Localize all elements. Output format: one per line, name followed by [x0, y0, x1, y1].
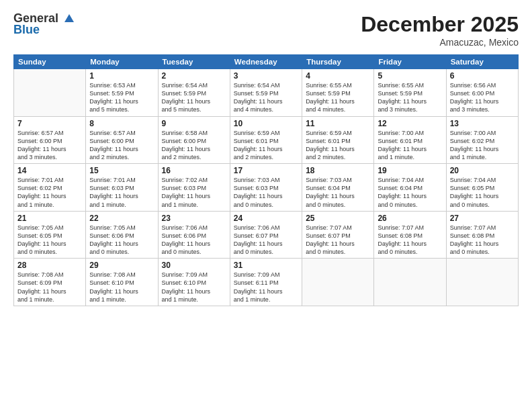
- day-info: Sunrise: 6:53 AMSunset: 5:59 PMDaylight:…: [89, 81, 154, 114]
- table-row: 22Sunrise: 7:05 AMSunset: 6:06 PMDayligh…: [86, 211, 158, 259]
- table-row: 30Sunrise: 7:09 AMSunset: 6:10 PMDayligh…: [158, 259, 230, 306]
- day-number: 28: [17, 261, 82, 270]
- day-number: 16: [162, 166, 226, 175]
- table-row: 27Sunrise: 7:07 AMSunset: 6:08 PMDayligh…: [446, 211, 518, 259]
- table-row: 21Sunrise: 7:05 AMSunset: 6:05 PMDayligh…: [14, 211, 86, 259]
- day-info: Sunrise: 6:57 AMSunset: 6:00 PMDaylight:…: [17, 129, 82, 162]
- day-number: 27: [450, 214, 515, 223]
- day-info: Sunrise: 7:06 AMSunset: 6:07 PMDaylight:…: [234, 224, 298, 257]
- day-number: 13: [450, 119, 515, 128]
- day-info: Sunrise: 7:07 AMSunset: 6:08 PMDaylight:…: [450, 224, 515, 257]
- day-number: 23: [162, 214, 226, 223]
- day-info: Sunrise: 7:08 AMSunset: 6:09 PMDaylight:…: [17, 271, 82, 304]
- table-row: 1Sunrise: 6:53 AMSunset: 5:59 PMDaylight…: [86, 69, 158, 117]
- table-row: [14, 69, 86, 117]
- header-tuesday: Tuesday: [158, 55, 230, 69]
- table-row: 3Sunrise: 6:54 AMSunset: 5:59 PMDaylight…: [230, 69, 302, 117]
- day-info: Sunrise: 6:55 AMSunset: 5:59 PMDaylight:…: [306, 81, 370, 114]
- day-number: 18: [306, 166, 370, 175]
- table-row: [302, 259, 374, 306]
- table-row: 31Sunrise: 7:09 AMSunset: 6:11 PMDayligh…: [230, 259, 302, 306]
- table-row: 16Sunrise: 7:02 AMSunset: 6:03 PMDayligh…: [158, 164, 230, 212]
- svg-marker-0: [64, 14, 74, 22]
- table-row: 9Sunrise: 6:58 AMSunset: 6:00 PMDaylight…: [158, 116, 230, 164]
- calendar-week-row: 21Sunrise: 7:05 AMSunset: 6:05 PMDayligh…: [14, 211, 519, 259]
- calendar-week-row: 14Sunrise: 7:01 AMSunset: 6:02 PMDayligh…: [14, 164, 519, 212]
- day-number: 3: [234, 71, 298, 81]
- header: General Blue December 2025 Amacuzac, Mex…: [13, 12, 519, 48]
- day-info: Sunrise: 7:08 AMSunset: 6:10 PMDaylight:…: [89, 271, 154, 304]
- month-year: December 2025: [361, 12, 519, 37]
- day-info: Sunrise: 7:09 AMSunset: 6:11 PMDaylight:…: [234, 271, 298, 304]
- day-number: 29: [89, 261, 154, 270]
- calendar-week-row: 1Sunrise: 6:53 AMSunset: 5:59 PMDaylight…: [14, 69, 519, 117]
- day-number: 12: [378, 119, 442, 128]
- logo: General Blue: [13, 12, 75, 37]
- table-row: [446, 259, 518, 306]
- day-info: Sunrise: 6:59 AMSunset: 6:01 PMDaylight:…: [306, 129, 370, 162]
- calendar-week-row: 7Sunrise: 6:57 AMSunset: 6:00 PMDaylight…: [14, 116, 519, 164]
- header-wednesday: Wednesday: [230, 55, 302, 69]
- day-info: Sunrise: 6:58 AMSunset: 6:00 PMDaylight:…: [162, 129, 226, 162]
- day-info: Sunrise: 7:01 AMSunset: 6:02 PMDaylight:…: [17, 176, 82, 209]
- day-number: 15: [89, 166, 154, 175]
- table-row: 5Sunrise: 6:55 AMSunset: 5:59 PMDaylight…: [374, 69, 446, 117]
- header-sunday: Sunday: [14, 55, 86, 69]
- day-number: 25: [306, 214, 370, 223]
- day-info: Sunrise: 7:05 AMSunset: 6:05 PMDaylight:…: [17, 224, 82, 257]
- table-row: 8Sunrise: 6:57 AMSunset: 6:00 PMDaylight…: [86, 116, 158, 164]
- day-info: Sunrise: 7:05 AMSunset: 6:06 PMDaylight:…: [89, 224, 154, 257]
- day-number: 20: [450, 166, 515, 175]
- table-row: 25Sunrise: 7:07 AMSunset: 6:07 PMDayligh…: [302, 211, 374, 259]
- day-number: 1: [89, 71, 154, 81]
- day-number: 26: [378, 214, 442, 223]
- table-row: 6Sunrise: 6:56 AMSunset: 6:00 PMDaylight…: [446, 69, 518, 117]
- day-number: 5: [378, 71, 442, 81]
- table-row: 18Sunrise: 7:03 AMSunset: 6:04 PMDayligh…: [302, 164, 374, 212]
- table-row: 23Sunrise: 7:06 AMSunset: 6:06 PMDayligh…: [158, 211, 230, 259]
- table-row: 24Sunrise: 7:06 AMSunset: 6:07 PMDayligh…: [230, 211, 302, 259]
- day-number: 21: [17, 214, 82, 223]
- header-friday: Friday: [374, 55, 446, 69]
- day-info: Sunrise: 7:03 AMSunset: 6:04 PMDaylight:…: [306, 176, 370, 209]
- day-info: Sunrise: 7:09 AMSunset: 6:10 PMDaylight:…: [162, 271, 226, 304]
- table-row: 29Sunrise: 7:08 AMSunset: 6:10 PMDayligh…: [86, 259, 158, 306]
- header-thursday: Thursday: [302, 55, 374, 69]
- calendar: Sunday Monday Tuesday Wednesday Thursday…: [13, 54, 519, 306]
- day-info: Sunrise: 7:00 AMSunset: 6:01 PMDaylight:…: [378, 129, 442, 162]
- day-number: 11: [306, 119, 370, 128]
- header-saturday: Saturday: [446, 55, 518, 69]
- day-number: 4: [306, 71, 370, 81]
- day-info: Sunrise: 6:54 AMSunset: 5:59 PMDaylight:…: [234, 81, 298, 114]
- day-info: Sunrise: 7:03 AMSunset: 6:03 PMDaylight:…: [234, 176, 298, 209]
- table-row: 7Sunrise: 6:57 AMSunset: 6:00 PMDaylight…: [14, 116, 86, 164]
- day-number: 24: [234, 214, 298, 223]
- day-info: Sunrise: 7:02 AMSunset: 6:03 PMDaylight:…: [162, 176, 226, 209]
- day-number: 31: [234, 261, 298, 270]
- table-row: 4Sunrise: 6:55 AMSunset: 5:59 PMDaylight…: [302, 69, 374, 117]
- day-number: 10: [234, 119, 298, 128]
- page: General Blue December 2025 Amacuzac, Mex…: [0, 0, 532, 411]
- day-info: Sunrise: 6:57 AMSunset: 6:00 PMDaylight:…: [89, 129, 154, 162]
- table-row: 10Sunrise: 6:59 AMSunset: 6:01 PMDayligh…: [230, 116, 302, 164]
- day-info: Sunrise: 7:00 AMSunset: 6:02 PMDaylight:…: [450, 129, 515, 162]
- day-number: 9: [162, 119, 226, 128]
- weekday-header-row: Sunday Monday Tuesday Wednesday Thursday…: [14, 55, 519, 69]
- table-row: 19Sunrise: 7:04 AMSunset: 6:04 PMDayligh…: [374, 164, 446, 212]
- day-number: 8: [89, 119, 154, 128]
- day-info: Sunrise: 7:04 AMSunset: 6:05 PMDaylight:…: [450, 176, 515, 209]
- day-info: Sunrise: 6:54 AMSunset: 5:59 PMDaylight:…: [162, 81, 226, 114]
- table-row: 26Sunrise: 7:07 AMSunset: 6:08 PMDayligh…: [374, 211, 446, 259]
- day-info: Sunrise: 7:01 AMSunset: 6:03 PMDaylight:…: [89, 176, 154, 209]
- table-row: 15Sunrise: 7:01 AMSunset: 6:03 PMDayligh…: [86, 164, 158, 212]
- table-row: 11Sunrise: 6:59 AMSunset: 6:01 PMDayligh…: [302, 116, 374, 164]
- header-monday: Monday: [86, 55, 158, 69]
- day-info: Sunrise: 7:06 AMSunset: 6:06 PMDaylight:…: [162, 224, 226, 257]
- table-row: 14Sunrise: 7:01 AMSunset: 6:02 PMDayligh…: [14, 164, 86, 212]
- day-number: 2: [162, 71, 226, 81]
- day-info: Sunrise: 6:56 AMSunset: 6:00 PMDaylight:…: [450, 81, 515, 114]
- table-row: 17Sunrise: 7:03 AMSunset: 6:03 PMDayligh…: [230, 164, 302, 212]
- table-row: 20Sunrise: 7:04 AMSunset: 6:05 PMDayligh…: [446, 164, 518, 212]
- day-info: Sunrise: 7:07 AMSunset: 6:08 PMDaylight:…: [378, 224, 442, 257]
- day-number: 7: [17, 119, 82, 128]
